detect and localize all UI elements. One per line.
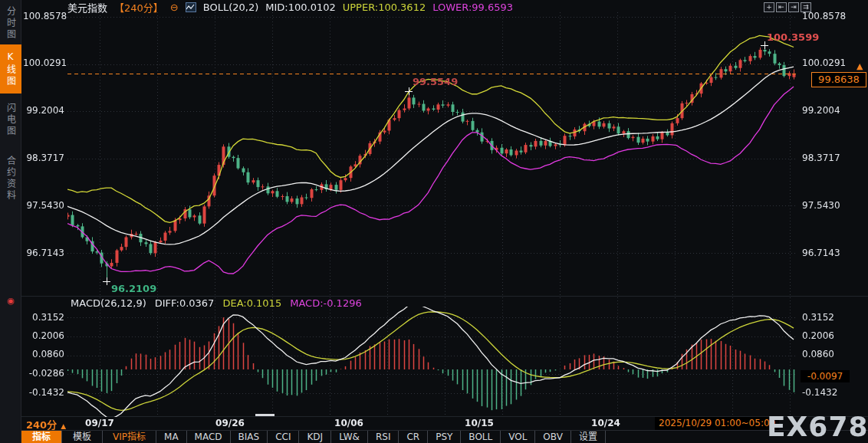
- move-tool-icon[interactable]: +: [764, 2, 774, 12]
- price-label-left: 98.3717: [23, 153, 64, 163]
- macd-diff-value: DIFF:0.0367: [155, 297, 215, 309]
- boll-label: BOLL(20,2): [203, 2, 259, 13]
- indicator-toolbar: 指标 模板 VIP指标 MA MACD BIAS CCI KDJ LW& RSI…: [21, 430, 868, 443]
- period-label: 【240分】: [114, 0, 163, 15]
- macd-label-right: 0.2006: [802, 330, 843, 341]
- indicator-chart-icon[interactable]: [186, 2, 196, 12]
- macd-label-left: 0.3152: [23, 312, 64, 323]
- macd-label-right: 0.0860: [802, 349, 843, 359]
- toolbar-boll[interactable]: BOLL: [461, 431, 501, 443]
- collapse-icon[interactable]: ⊖: [170, 2, 179, 13]
- toolbar-cci[interactable]: CCI: [268, 431, 299, 443]
- date-tick: 10/06: [334, 418, 363, 428]
- toolbar-vol[interactable]: VOL: [501, 431, 535, 443]
- alarm-icon[interactable]: ◉: [0, 296, 21, 306]
- price-label-right: 100.8578: [802, 11, 843, 21]
- period-text: 240分: [26, 419, 57, 431]
- toolbar-psy[interactable]: PSY: [428, 431, 461, 443]
- macd-header: MACD(26,12,9) DIFF:0.0367 DEA:0.1015 MAC…: [71, 297, 362, 309]
- price-label-left: 100.0291: [23, 57, 64, 68]
- last-price-badge: 99.8638: [811, 72, 866, 87]
- macd-latest-badge: -0.0097: [801, 370, 850, 382]
- scale-left-icon[interactable]: ⇤: [776, 2, 787, 12]
- date-tick: 10/15: [465, 418, 494, 428]
- macd-hist-value: MACD:-0.1296: [290, 297, 362, 309]
- price-label-right: 97.5430: [802, 200, 843, 211]
- boll-lower-value: LOWER:99.6593: [432, 2, 513, 13]
- date-tick: 09/17: [85, 418, 114, 428]
- chart-canvas[interactable]: [0, 0, 868, 443]
- macd-label-left: 0.2006: [23, 330, 64, 341]
- price-label-right: 98.3717: [802, 153, 843, 163]
- annotation-low: 96.2109: [111, 283, 156, 294]
- period-arrow-icon: ▲: [61, 422, 66, 430]
- toolbar-template[interactable]: 模板: [62, 431, 103, 443]
- macd-label-left: -0.1432: [23, 387, 64, 398]
- price-label-right: 100.0291: [802, 57, 843, 68]
- macd-dea-value: DEA:0.1015: [222, 297, 281, 309]
- toolbar-macd[interactable]: MACD: [187, 431, 231, 443]
- annotation-high: 100.3599: [767, 31, 819, 43]
- scrollbar-thumb[interactable]: [255, 414, 275, 416]
- sidebar-item-timeshare[interactable]: 分时图: [0, 3, 21, 43]
- price-label-left: 96.7143: [23, 248, 64, 258]
- boll-mid-value: MID:100.0102: [265, 2, 335, 13]
- toolbar-settings[interactable]: 设置: [571, 431, 606, 443]
- price-label-left: 100.8578: [23, 11, 64, 21]
- macd-label-left: -0.0286: [23, 368, 64, 379]
- sidebar: 分时图 K线图 闪电图 合约资料 ◉: [0, 0, 21, 443]
- toolbar-indicator[interactable]: 指标: [21, 431, 62, 443]
- sidebar-item-lightning[interactable]: 闪电图: [0, 97, 21, 143]
- date-tick: 09/26: [215, 418, 245, 428]
- toolbar-kdj[interactable]: KDJ: [299, 431, 331, 443]
- price-label-right: 96.7143: [802, 248, 843, 258]
- sidebar-item-kline[interactable]: K线图: [0, 44, 21, 94]
- toolbar-vip-indicator[interactable]: VIP指标: [103, 431, 156, 443]
- toolbar-rsi[interactable]: RSI: [368, 431, 399, 443]
- time-axis: 240分▲ 09/17 09/26 10/06 10/15 10/24 2025…: [21, 417, 868, 430]
- macd-params: MACD(26,12,9): [71, 297, 146, 309]
- price-label-left: 97.5430: [23, 200, 64, 211]
- boll-upper-value: UPPER:100.3612: [343, 2, 426, 13]
- toolbar-lw[interactable]: LW&: [331, 431, 368, 443]
- toolbar-obv[interactable]: OBV: [535, 431, 571, 443]
- annotation-swing-high: 99.5549: [413, 76, 458, 87]
- chart-application: 分时图 K线图 闪电图 合约资料 ◉ 美元指数 【240分】 ⊖ BOLL(20…: [0, 0, 868, 443]
- sidebar-item-contract-info[interactable]: 合约资料: [0, 146, 21, 212]
- watermark: EX678: [767, 411, 868, 442]
- macd-label-right: -0.1432: [802, 387, 843, 398]
- symbol-name: 美元指数: [67, 0, 107, 15]
- price-label-right: 99.2004: [802, 105, 843, 116]
- chart-tools: + ⇤ ⇥ ⇉: [764, 2, 811, 12]
- pan-right-icon[interactable]: ⇉: [801, 2, 811, 12]
- macd-label-right: 0.3152: [802, 312, 843, 323]
- toolbar-cr[interactable]: CR: [399, 431, 428, 443]
- price-label-left: 99.2004: [23, 105, 64, 116]
- scale-right-icon[interactable]: ⇥: [788, 2, 799, 12]
- latest-bar-time: 2025/10/29 01:00~05:00: [655, 417, 779, 430]
- toolbar-bias[interactable]: BIAS: [231, 431, 268, 443]
- price-up-arrow-icon: ▲: [856, 61, 863, 71]
- toolbar-ma[interactable]: MA: [156, 431, 187, 443]
- macd-label-left: 0.0860: [23, 349, 64, 359]
- date-tick: 10/24: [591, 418, 620, 428]
- chart-header: 美元指数 【240分】 ⊖ BOLL(20,2) MID:100.0102 UP…: [67, 1, 513, 14]
